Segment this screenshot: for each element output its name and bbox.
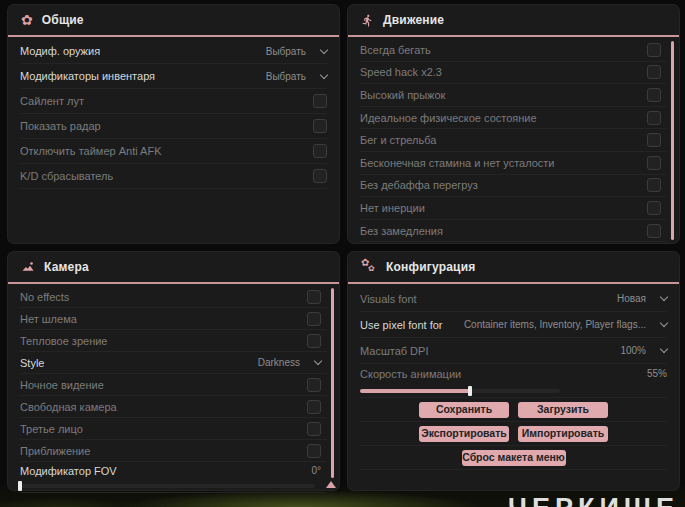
kd-resetter-checkbox[interactable] <box>313 169 327 183</box>
row-no-helmet[interactable]: Нет шлема <box>20 308 327 330</box>
no-slowdown-checkbox[interactable] <box>647 224 661 238</box>
infinite-stamina-checkbox[interactable] <box>647 156 661 170</box>
panel-camera: Камера No effectsНет шлемаТепловое зрени… <box>8 252 339 490</box>
dpi-scale-dropdown[interactable]: 100% <box>620 345 667 356</box>
import-button[interactable]: Импортировать <box>518 426 608 442</box>
row-weapon-mod[interactable]: Модиф. оружияВыбрать <box>20 39 327 64</box>
row-show-radar[interactable]: Показать радар <box>20 114 327 139</box>
row-free-camera[interactable]: Свободная камера <box>20 396 327 418</box>
setting-label: Ночное видение <box>20 379 104 391</box>
speed-hack-checkbox[interactable] <box>647 65 661 79</box>
panel-config-buttons: СохранитьЗагрузитьЭкспортироватьИмпортир… <box>348 398 679 470</box>
setting-label: Speed hack x2.3 <box>360 66 442 78</box>
setting-label: Use pixel font for <box>360 319 443 331</box>
save-button[interactable]: Сохранить <box>419 402 509 418</box>
slider-fill <box>360 389 470 393</box>
setting-label: Модификатор FOV <box>20 465 117 477</box>
thermal-vision-checkbox[interactable] <box>307 334 321 348</box>
use-pixel-font-for-dropdown[interactable]: Container items, Inventory, Player flags… <box>464 319 667 330</box>
reset-menu-layout-button[interactable]: Сброс макета меню <box>462 450 566 466</box>
visuals-font-dropdown[interactable]: Новая <box>617 293 667 304</box>
panel-config: ✿✿ Конфигурация Visuals fontНоваяUse pix… <box>348 252 679 490</box>
setting-label: Visuals font <box>360 293 417 305</box>
setting-label: No effects <box>20 291 69 303</box>
row-infinite-stamina[interactable]: Бесконечная стамина и нет усталости <box>360 152 667 175</box>
slider-value: 0° <box>311 465 321 476</box>
setting-label: Свободная камера <box>20 401 117 413</box>
row-perfect-physical-condition[interactable]: Идеальное физическое состояние <box>360 107 667 130</box>
dropdown-value: 100% <box>620 345 646 356</box>
load-button[interactable]: Загрузить <box>518 402 608 418</box>
setting-label: Style <box>20 357 44 369</box>
row-kd-resetter[interactable]: K/D сбрасыватель <box>20 164 327 189</box>
free-camera-checkbox[interactable] <box>307 400 321 414</box>
no-overload-debuff-checkbox[interactable] <box>647 178 661 192</box>
row-visuals-font[interactable]: Visuals fontНовая <box>360 286 667 312</box>
slider-value: 55% <box>647 368 667 379</box>
panel-general: ✿ Общие Модиф. оружияВыбратьМодификаторы… <box>8 5 339 243</box>
scrollbar[interactable] <box>671 41 674 240</box>
inventory-modifiers-dropdown[interactable]: Выбрать <box>266 71 327 82</box>
row-style[interactable]: StyleDarkness <box>20 352 327 374</box>
setting-label: Идеальное физическое состояние <box>360 112 537 124</box>
chevron-down-icon <box>320 70 328 78</box>
setting-label: Высокий прыжок <box>360 89 445 101</box>
row-fov-modifier[interactable]: Модификатор FOV0° <box>20 462 327 493</box>
row-speed-hack[interactable]: Speed hack x2.3 <box>360 62 667 85</box>
perfect-physical-condition-checkbox[interactable] <box>647 111 661 125</box>
row-no-effects[interactable]: No effects <box>20 286 327 308</box>
row-no-inertia[interactable]: Нет инерции <box>360 197 667 220</box>
no-helmet-checkbox[interactable] <box>307 312 321 326</box>
panel-title: Движение <box>383 13 444 27</box>
setting-label: Бесконечная стамина и нет усталости <box>360 157 555 169</box>
zoom-checkbox[interactable] <box>307 444 321 458</box>
panel-title: Конфигурация <box>386 260 475 274</box>
scrollbar[interactable] <box>331 288 334 478</box>
no-inertia-checkbox[interactable] <box>647 201 661 215</box>
photo-icon <box>21 260 35 274</box>
always-run-checkbox[interactable] <box>647 43 661 57</box>
panel-general-header: ✿ Общие <box>8 5 339 37</box>
show-radar-checkbox[interactable] <box>313 119 327 133</box>
button-row: ЭкспортироватьИмпортировать <box>360 422 667 446</box>
no-effects-checkbox[interactable] <box>307 290 321 304</box>
setting-label: Скорость анимации <box>360 368 461 380</box>
third-person-checkbox[interactable] <box>307 422 321 436</box>
weapon-mod-dropdown[interactable]: Выбрать <box>266 46 327 57</box>
row-always-run[interactable]: Всегда бегать <box>360 39 667 62</box>
slider-thumb[interactable] <box>468 386 472 396</box>
animation-speed-slider-track[interactable] <box>360 389 560 393</box>
resize-handle-icon[interactable] <box>326 481 336 488</box>
row-thermal-vision[interactable]: Тепловое зрение <box>20 330 327 352</box>
row-run-and-shoot[interactable]: Бег и стрельба <box>360 129 667 152</box>
fov-modifier-slider-track[interactable] <box>20 484 315 488</box>
chevron-down-icon <box>660 293 668 301</box>
setting-label: Без дебаффа перегруз <box>360 179 478 191</box>
run-and-shoot-checkbox[interactable] <box>647 133 661 147</box>
row-night-vision[interactable]: Ночное видение <box>20 374 327 396</box>
runner-icon <box>361 14 374 27</box>
panel-title: Камера <box>44 260 89 274</box>
setting-label: Нет инерции <box>360 202 425 214</box>
silent-loot-checkbox[interactable] <box>313 94 327 108</box>
row-zoom[interactable]: Приближение <box>20 440 327 462</box>
row-animation-speed[interactable]: Скорость анимации55% <box>360 364 667 398</box>
row-inventory-modifiers[interactable]: Модификаторы инвентаряВыбрать <box>20 64 327 89</box>
slider-thumb[interactable] <box>18 481 22 491</box>
chevron-down-icon <box>660 345 668 353</box>
row-third-person[interactable]: Третье лицо <box>20 418 327 440</box>
row-no-overload-debuff[interactable]: Без дебаффа перегруз <box>360 175 667 198</box>
row-use-pixel-font-for[interactable]: Use pixel font forContainer items, Inven… <box>360 312 667 338</box>
row-high-jump[interactable]: Высокий прыжок <box>360 84 667 107</box>
export-button[interactable]: Экспортировать <box>419 426 509 442</box>
night-vision-checkbox[interactable] <box>307 378 321 392</box>
dropdown-value: Darkness <box>258 357 300 368</box>
style-dropdown[interactable]: Darkness <box>258 357 321 368</box>
row-dpi-scale[interactable]: Масштаб DPI100% <box>360 338 667 364</box>
row-silent-loot[interactable]: Сайлент лут <box>20 89 327 114</box>
high-jump-checkbox[interactable] <box>647 88 661 102</box>
setting-label: Сайлент лут <box>20 95 84 107</box>
disable-anti-afk-timer-checkbox[interactable] <box>313 144 327 158</box>
row-disable-anti-afk-timer[interactable]: Отключить таймер Anti AFK <box>20 139 327 164</box>
row-no-slowdown[interactable]: Без замедления <box>360 220 667 243</box>
